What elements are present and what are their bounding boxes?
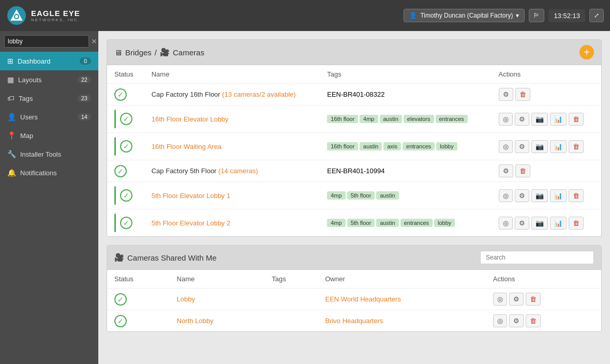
user-menu-button[interactable]: 👤 Timothy Duncan (Capital Factory) ▾ bbox=[404, 9, 525, 22]
cam-status-cell: ✓ bbox=[107, 105, 144, 133]
cam-settings-button[interactable]: ⚙ bbox=[515, 113, 529, 126]
cam-chart-button[interactable]: 📊 bbox=[550, 113, 567, 126]
cam-chart-button[interactable]: 📊 bbox=[550, 140, 567, 153]
cam-settings-button[interactable]: ⚙ bbox=[515, 140, 529, 153]
cam-delete-button[interactable]: 🗑 bbox=[569, 113, 584, 126]
tag: lobby bbox=[436, 142, 457, 150]
bridge-name-cell: Cap Factory 5th Floor (14 cameras) bbox=[144, 160, 320, 182]
cam-off-button[interactable]: 📷 bbox=[531, 189, 548, 202]
tags-col-header: Tags bbox=[320, 65, 491, 84]
name-col-header: Name bbox=[144, 65, 320, 84]
sidebar-item-installer-tools[interactable]: 🔧 Installer Tools bbox=[0, 145, 98, 163]
sidebar-item-label: Installer Tools bbox=[20, 150, 91, 158]
sidebar-item-layouts[interactable]: ▦ Layouts 22 bbox=[0, 70, 98, 89]
search-input[interactable] bbox=[4, 35, 89, 48]
expand-button[interactable]: ⤢ bbox=[589, 9, 604, 22]
cam-tags-cell: 16th floor austin axis entrances lobby bbox=[320, 133, 491, 160]
shared-cam-eye-button[interactable]: ◎ bbox=[493, 314, 507, 327]
bridge-name-link[interactable]: Cap Factory 16th Floor (13 cameras/2 ava… bbox=[152, 90, 296, 98]
shared-cam-settings-button[interactable]: ⚙ bbox=[509, 293, 524, 306]
cam-eye-button[interactable]: ◎ bbox=[499, 217, 513, 230]
camera-name-link[interactable]: 5th Floor Elevator Lobby 1 bbox=[152, 192, 230, 200]
bridge-name-link[interactable]: Cap Factory 5th Floor (14 cameras) bbox=[152, 167, 258, 175]
shared-cam-actions: ◎ ⚙ 🗑 bbox=[486, 289, 601, 310]
camera-icon: 🎥 bbox=[160, 48, 170, 57]
bridge-actions: ⚙ 🗑 bbox=[499, 88, 594, 101]
shared-cam-eye-button[interactable]: ◎ bbox=[493, 293, 507, 306]
shared-cam-actions: ◎ ⚙ 🗑 bbox=[486, 310, 601, 332]
indent-line: ✓ bbox=[114, 214, 137, 232]
bridges-cameras-header: 🖥 Bridges / 🎥 Cameras + bbox=[107, 40, 601, 65]
layouts-icon: ▦ bbox=[7, 75, 14, 84]
cam-delete-button[interactable]: 🗑 bbox=[569, 140, 584, 153]
owner-link[interactable]: Brivo Headquarters bbox=[325, 317, 383, 325]
cam-eye-button[interactable]: ◎ bbox=[499, 189, 513, 202]
bridge-delete-button[interactable]: 🗑 bbox=[515, 88, 530, 101]
cam-settings-button[interactable]: ⚙ bbox=[515, 189, 529, 202]
camera-name-link[interactable]: 16th Floor Waiting Area bbox=[152, 143, 221, 150]
bridge-settings-button[interactable]: ⚙ bbox=[499, 164, 513, 177]
shared-camera-actions: ◎ ⚙ 🗑 bbox=[493, 314, 594, 327]
owner-link[interactable]: EEN World Headquarters bbox=[325, 295, 400, 303]
bridges-cameras-title: 🖥 Bridges / 🎥 Cameras bbox=[114, 48, 204, 57]
camera-row: ✓ 5th Floor Elevator Lobby 2 4mp 5th flo… bbox=[107, 209, 601, 237]
user-icon: 👤 bbox=[409, 12, 417, 19]
cam-chart-button[interactable]: 📊 bbox=[550, 217, 567, 230]
tag: 5th floor bbox=[347, 219, 375, 227]
bridge-settings-button[interactable]: ⚙ bbox=[499, 88, 513, 101]
cam-off-button[interactable]: 📷 bbox=[531, 140, 548, 153]
shared-camera-link[interactable]: North Lobby bbox=[177, 317, 214, 325]
tag: 4mp bbox=[327, 191, 345, 200]
sidebar-item-map[interactable]: 📍 Map bbox=[0, 126, 98, 145]
cam-off-button[interactable]: 📷 bbox=[531, 217, 548, 230]
shared-cam-delete-button[interactable]: 🗑 bbox=[526, 314, 541, 327]
tag: austin bbox=[376, 219, 398, 227]
tag: entrances bbox=[403, 142, 435, 150]
topbar: EAGLE EYE NETWORKS, INC. 👤 Timothy Dunca… bbox=[0, 0, 610, 31]
svg-point-3 bbox=[15, 15, 18, 18]
camera-actions: ◎ ⚙ 📷 📊 🗑 bbox=[499, 217, 594, 230]
sidebar-item-notifications[interactable]: 🔔 Notifications bbox=[0, 163, 98, 182]
cam-eye-button[interactable]: ◎ bbox=[499, 113, 513, 126]
shared-cameras-section: 🎥 Cameras Shared With Me Status Name Tag… bbox=[107, 245, 602, 332]
sidebar-item-dashboard[interactable]: ⊞ Dashboard 0 bbox=[0, 52, 98, 70]
tag: 5th floor bbox=[347, 191, 375, 200]
status-ok-icon: ✓ bbox=[114, 88, 127, 101]
shared-tags-col: Tags bbox=[264, 270, 318, 289]
cam-delete-button[interactable]: 🗑 bbox=[569, 189, 584, 202]
dashboard-badge: 0 bbox=[80, 57, 91, 65]
shared-camera-actions: ◎ ⚙ 🗑 bbox=[493, 293, 594, 306]
green-bar bbox=[114, 110, 116, 128]
content-area: 🖥 Bridges / 🎥 Cameras + Status Name Tags… bbox=[98, 31, 610, 364]
camera-icon: 🎥 bbox=[114, 253, 124, 262]
cam-eye-button[interactable]: ◎ bbox=[499, 140, 513, 153]
camera-row: ✓ 5th Floor Elevator Lobby 1 4mp 5th flo… bbox=[107, 182, 601, 209]
sidebar-item-tags[interactable]: 🏷 Tags 23 bbox=[0, 89, 98, 108]
cam-status-cell: ✓ bbox=[107, 209, 144, 237]
cam-off-button[interactable]: 📷 bbox=[531, 113, 548, 126]
status-ok-icon: ✓ bbox=[114, 293, 127, 306]
sidebar-item-users[interactable]: 👤 Users 14 bbox=[0, 108, 98, 126]
search-clear-button[interactable]: ✕ bbox=[91, 37, 97, 46]
cam-settings-button[interactable]: ⚙ bbox=[515, 217, 529, 230]
shared-owner-col: Owner bbox=[318, 270, 485, 289]
tags-badge: 23 bbox=[78, 95, 91, 102]
bridge-tag-cell: EEN-BR401-08322 bbox=[320, 84, 491, 105]
bridge-row: ✓ Cap Factory 5th Floor (14 cameras) EEN… bbox=[107, 160, 601, 182]
shared-cam-settings-button[interactable]: ⚙ bbox=[509, 314, 524, 327]
cam-actions-cell: ◎ ⚙ 📷 📊 🗑 bbox=[492, 209, 601, 237]
sidebar-item-label: Map bbox=[20, 132, 91, 140]
indent-line: ✓ bbox=[114, 110, 137, 128]
camera-name-link[interactable]: 5th Floor Elevator Lobby 2 bbox=[152, 219, 230, 227]
shared-cameras-table: Status Name Tags Owner Actions ✓ Lobby bbox=[107, 270, 601, 331]
camera-name-link[interactable]: 16th Floor Elevator Lobby bbox=[152, 115, 229, 123]
cam-chart-button[interactable]: 📊 bbox=[550, 189, 567, 202]
add-camera-button[interactable]: + bbox=[579, 45, 594, 59]
shared-cam-delete-button[interactable]: 🗑 bbox=[526, 293, 541, 306]
indent-line: ✓ bbox=[114, 137, 137, 156]
bridge-delete-button[interactable]: 🗑 bbox=[515, 164, 530, 177]
cam-delete-button[interactable]: 🗑 bbox=[569, 217, 584, 230]
shared-search-input[interactable] bbox=[480, 251, 594, 264]
flag-button[interactable]: 🏳 bbox=[529, 9, 544, 22]
shared-camera-link[interactable]: Lobby bbox=[177, 295, 195, 303]
